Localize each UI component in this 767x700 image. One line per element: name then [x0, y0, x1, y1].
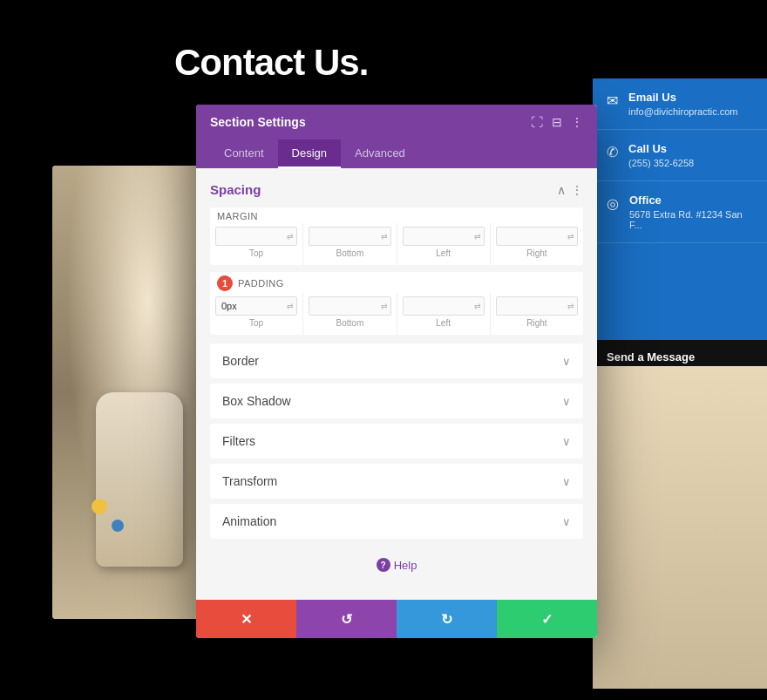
- modal-footer: ✕ ↺ ↻ ✓: [196, 600, 597, 638]
- animation-section[interactable]: Animation ∨: [210, 504, 583, 539]
- padding-right-label: Right: [496, 318, 578, 328]
- save-button[interactable]: ✓: [497, 600, 597, 638]
- help-icon: ?: [377, 558, 390, 572]
- margin-top-label: Top: [215, 248, 297, 258]
- expand-icon[interactable]: ⛶: [531, 115, 543, 129]
- email-value: info@divichiropractic.com: [628, 106, 738, 117]
- box-shadow-label: Box Shadow: [222, 394, 291, 408]
- modal-body: Spacing ∧ ⋮ Margin ⇄ Top: [196, 168, 597, 600]
- page-title: Contact Us.: [174, 42, 368, 84]
- phone-value: (255) 352-6258: [628, 158, 694, 168]
- margin-left-label: Left: [403, 248, 485, 258]
- spacing-title: Spacing: [210, 182, 261, 197]
- margin-top-input[interactable]: [215, 227, 297, 246]
- collapsible-sections: Border ∨ Box Shadow ∨ Filters ∨ Transfor…: [210, 343, 583, 539]
- cancel-button[interactable]: ✕: [196, 600, 296, 638]
- more-icon[interactable]: ⋮: [571, 115, 583, 129]
- link-icon: ⇄: [567, 302, 574, 310]
- section-settings-modal: Section Settings ⛶ ⊟ ⋮ Content Design Ad…: [196, 105, 597, 638]
- margin-left-input[interactable]: [403, 227, 485, 246]
- office-item: ◎ Office 5678 Extra Rd. #1234 San F...: [593, 181, 767, 243]
- padding-right-input[interactable]: [496, 296, 578, 316]
- padding-right-cell: ⇄ Right: [491, 293, 583, 335]
- spacing-toggle[interactable]: ∧ ⋮: [557, 183, 583, 197]
- modal-header: Section Settings ⛶ ⊟ ⋮: [196, 105, 597, 139]
- filters-label: Filters: [222, 434, 255, 448]
- phone-label: Call Us: [628, 142, 694, 155]
- help-label: Help: [394, 559, 417, 572]
- modal-tabs: Content Design Advanced: [196, 139, 597, 168]
- margin-group: Margin ⇄ Top ⇄ Bottom: [210, 207, 583, 265]
- margin-right-input[interactable]: [496, 227, 578, 246]
- margin-label: Margin: [210, 207, 583, 223]
- padding-top-label: Top: [215, 318, 297, 328]
- link-icon: ⇄: [567, 232, 574, 241]
- right-photo: [593, 366, 767, 689]
- link-icon: ⇄: [381, 302, 388, 310]
- help-link[interactable]: ? Help: [224, 558, 569, 572]
- transform-chevron: ∨: [562, 475, 571, 488]
- transform-section[interactable]: Transform ∨: [210, 464, 583, 499]
- email-label: Email Us: [628, 91, 738, 104]
- help-area[interactable]: ? Help: [210, 544, 583, 586]
- padding-left-cell: ⇄ Left: [397, 293, 490, 335]
- border-chevron: ∨: [562, 355, 571, 368]
- tab-design[interactable]: Design: [278, 139, 341, 168]
- margin-top-cell: ⇄ Top: [210, 223, 302, 265]
- padding-row: ⇄ Top ⇄ Bottom ⇄: [210, 293, 583, 335]
- collapse-icon: ∧: [557, 183, 566, 197]
- link-icon: ⇄: [474, 232, 481, 241]
- columns-icon[interactable]: ⊟: [552, 115, 562, 129]
- box-shadow-section[interactable]: Box Shadow ∨: [210, 384, 583, 418]
- padding-bottom-label: Bottom: [309, 318, 390, 328]
- padding-badge: 1: [217, 275, 233, 291]
- right-contact-panel: ✉ Email Us info@divichiropractic.com ✆ C…: [593, 78, 767, 340]
- spacing-section: Spacing ∧ ⋮ Margin ⇄ Top: [210, 182, 583, 335]
- office-label: Office: [629, 194, 753, 207]
- phone-item: ✆ Call Us (255) 352-6258: [593, 130, 767, 181]
- padding-left-label: Left: [403, 318, 485, 328]
- modal-title: Section Settings: [210, 115, 306, 129]
- padding-bottom-cell: ⇄ Bottom: [303, 293, 396, 335]
- link-icon: ⇄: [287, 232, 294, 241]
- margin-bottom-cell: ⇄ Bottom: [303, 223, 396, 265]
- padding-top-cell: ⇄ Top: [210, 293, 302, 335]
- email-item: ✉ Email Us info@divichiropractic.com: [593, 78, 767, 130]
- padding-group: 1 Padding ⇄ Top ⇄: [210, 272, 583, 335]
- margin-bottom-label: Bottom: [309, 248, 390, 258]
- redo-button[interactable]: ↻: [397, 600, 497, 638]
- padding-label: Padding: [238, 278, 284, 289]
- office-value: 5678 Extra Rd. #1234 San F...: [629, 209, 753, 230]
- filters-section[interactable]: Filters ∨: [210, 424, 583, 459]
- link-icon: ⇄: [287, 302, 294, 310]
- border-label: Border: [222, 354, 259, 368]
- options-icon: ⋮: [571, 183, 583, 197]
- padding-left-input[interactable]: [403, 296, 485, 316]
- link-icon: ⇄: [381, 232, 388, 241]
- phone-icon: ✆: [607, 144, 618, 160]
- reset-button[interactable]: ↺: [296, 600, 397, 638]
- location-icon: ◎: [607, 195, 619, 212]
- tab-content[interactable]: Content: [210, 139, 278, 168]
- transform-label: Transform: [222, 474, 277, 488]
- margin-right-label: Right: [496, 248, 578, 258]
- margin-row: ⇄ Top ⇄ Bottom ⇄: [210, 223, 583, 265]
- animation-label: Animation: [222, 514, 276, 528]
- border-section[interactable]: Border ∨: [210, 343, 583, 378]
- box-shadow-chevron: ∨: [562, 395, 571, 408]
- filters-chevron: ∨: [562, 435, 571, 448]
- padding-bottom-input[interactable]: [309, 296, 390, 316]
- link-icon: ⇄: [474, 302, 481, 310]
- margin-bottom-input[interactable]: [309, 227, 390, 246]
- tab-advanced[interactable]: Advanced: [341, 139, 419, 168]
- margin-right-cell: ⇄ Right: [491, 223, 583, 265]
- padding-label-row: 1 Padding: [210, 272, 583, 293]
- animation-chevron: ∨: [562, 515, 571, 528]
- header-icons: ⛶ ⊟ ⋮: [531, 115, 583, 129]
- spacing-header: Spacing ∧ ⋮: [210, 182, 583, 197]
- margin-left-cell: ⇄ Left: [397, 223, 490, 265]
- padding-top-input[interactable]: [215, 296, 297, 316]
- email-icon: ✉: [607, 92, 618, 109]
